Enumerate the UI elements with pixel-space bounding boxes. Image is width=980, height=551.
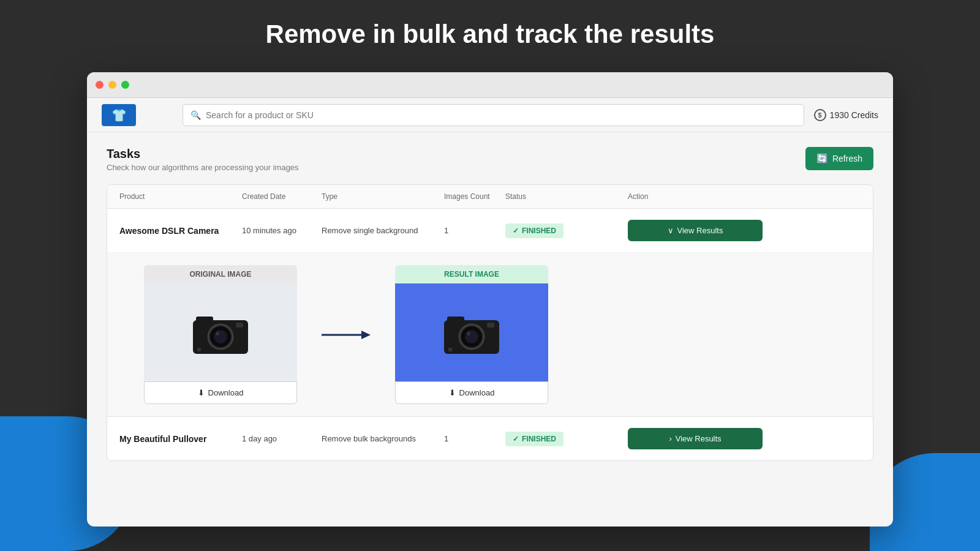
- original-download-button[interactable]: ⬇ Download: [144, 381, 297, 404]
- svg-point-16: [467, 332, 470, 335]
- svg-point-4: [214, 330, 227, 343]
- check-icon-2: ✓: [513, 435, 519, 443]
- svg-marker-10: [361, 331, 371, 339]
- tasks-header: Tasks Check how our algorithms are proce…: [107, 147, 873, 172]
- camera-image: [190, 305, 251, 360]
- col-header-status: Status: [505, 192, 628, 201]
- svg-rect-18: [487, 323, 494, 328]
- col-header-type: Type: [322, 192, 444, 201]
- result-image-preview: [395, 283, 548, 381]
- credits-area: $ 1930 Credits: [814, 109, 878, 121]
- page-title: Remove in bulk and track the results: [0, 0, 980, 64]
- svg-rect-12: [447, 317, 464, 323]
- created-date: 10 minutes ago: [242, 226, 322, 235]
- expanded-row: ORIGINAL IMAGE: [107, 253, 873, 417]
- status-badge-2: ✓ FINISHED: [505, 432, 564, 446]
- tasks-table: Product Created Date Type Images Count S…: [107, 184, 873, 461]
- status-badge: ✓ FINISHED: [505, 223, 564, 238]
- app-logo: 👕: [102, 104, 136, 126]
- svg-point-5: [216, 332, 219, 335]
- svg-rect-7: [236, 323, 243, 328]
- task-type-2: Remove bulk backgrounds: [322, 434, 444, 443]
- chevron-down-icon: ∨: [668, 226, 674, 235]
- images-count-2: 1: [444, 434, 505, 443]
- tasks-subtitle: Check how our algorithms are processing …: [107, 163, 299, 172]
- refresh-icon: 🔄: [816, 153, 828, 164]
- col-header-images: Images Count: [444, 192, 505, 201]
- close-button[interactable]: [96, 81, 104, 89]
- images-comparison: ORIGINAL IMAGE: [144, 265, 861, 404]
- table-row: My Beautiful Pullover 1 day ago Remove b…: [107, 417, 873, 460]
- arrow-icon: [322, 326, 371, 344]
- tasks-title: Tasks: [107, 147, 299, 161]
- images-count: 1: [444, 226, 505, 235]
- maximize-button[interactable]: [121, 81, 129, 89]
- col-header-product: Product: [119, 192, 242, 201]
- svg-rect-19: [448, 348, 452, 351]
- shirt-icon: 👕: [111, 108, 127, 122]
- credits-label: 1930 Credits: [830, 110, 878, 120]
- app-window: 👕 🔍 $ 1930 Credits Tasks Check how our a…: [87, 72, 893, 527]
- main-content: Tasks Check how our algorithms are proce…: [87, 132, 893, 527]
- view-results-button-1[interactable]: ∨ View Results: [628, 220, 763, 241]
- view-results-button-2[interactable]: › View Results: [628, 428, 763, 449]
- app-header: 👕 🔍 $ 1930 Credits: [87, 98, 893, 132]
- original-image-preview: [144, 283, 297, 381]
- minimize-button[interactable]: [108, 81, 116, 89]
- refresh-button[interactable]: 🔄 Refresh: [805, 147, 873, 170]
- check-icon: ✓: [513, 227, 519, 235]
- result-image-label: RESULT IMAGE: [395, 265, 548, 283]
- chevron-right-icon: ›: [669, 434, 671, 443]
- original-image-card: ORIGINAL IMAGE: [144, 265, 297, 404]
- download-icon: ⬇: [198, 388, 205, 397]
- col-header-action: Action: [628, 192, 861, 201]
- result-download-button[interactable]: ⬇ Download: [395, 381, 548, 404]
- table-header-row: Product Created Date Type Images Count S…: [107, 185, 873, 209]
- search-input[interactable]: [206, 110, 796, 120]
- download-icon-2: ⬇: [449, 388, 456, 397]
- title-bar: [87, 72, 893, 98]
- svg-rect-1: [196, 317, 213, 323]
- svg-rect-8: [197, 348, 201, 351]
- task-type: Remove single background: [322, 226, 444, 235]
- credits-icon: $: [814, 109, 826, 121]
- svg-point-15: [465, 330, 478, 343]
- product-name-2: My Beautiful Pullover: [119, 434, 242, 444]
- original-image-label: ORIGINAL IMAGE: [144, 265, 297, 283]
- refresh-label: Refresh: [832, 154, 862, 163]
- product-name: Awesome DSLR Camera: [119, 226, 242, 236]
- search-bar[interactable]: 🔍: [183, 104, 804, 126]
- table-row: Awesome DSLR Camera 10 minutes ago Remov…: [107, 209, 873, 253]
- result-image-card: RESULT IMAGE: [395, 265, 548, 404]
- search-icon: 🔍: [190, 110, 201, 120]
- created-date-2: 1 day ago: [242, 434, 322, 443]
- result-camera-image: [441, 305, 502, 360]
- col-header-created: Created Date: [242, 192, 322, 201]
